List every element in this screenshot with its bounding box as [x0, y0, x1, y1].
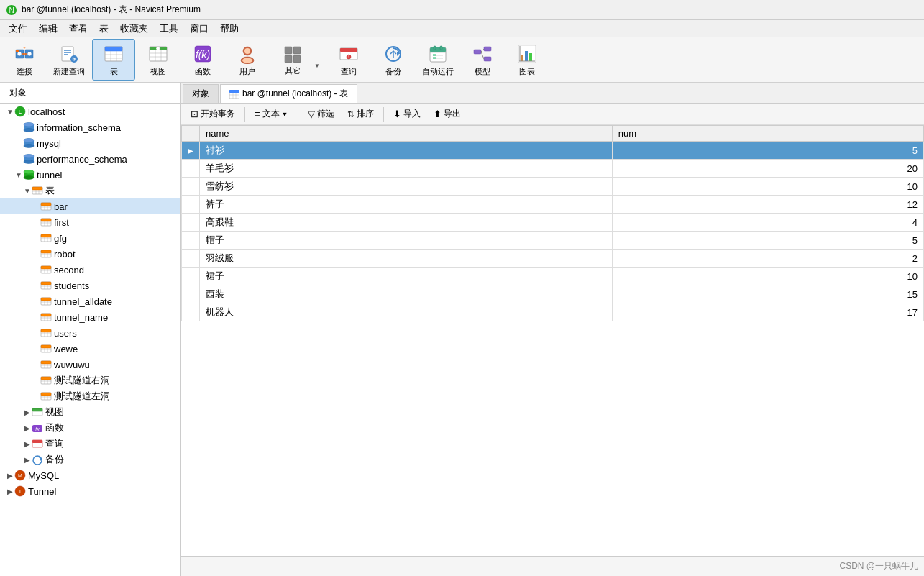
- toolbar-model[interactable]: 模型: [461, 39, 504, 81]
- sidebar-item-wewe[interactable]: ▶ wewe: [0, 341, 180, 357]
- menu-edit[interactable]: 编辑: [33, 21, 63, 37]
- sidebar-item-label: 测试隧道左洞: [54, 390, 110, 403]
- sidebar-item-second[interactable]: ▶ second: [0, 262, 180, 278]
- info-arrow: ▶: [14, 124, 23, 132]
- cell-name[interactable]: 雪纺衫: [200, 178, 613, 196]
- sidebar-item-tunnel-root[interactable]: ▶ T Tunnel: [0, 483, 180, 499]
- menu-help[interactable]: 帮助: [214, 21, 244, 37]
- svg-rect-17: [105, 47, 122, 51]
- sidebar-item-bar[interactable]: ▶ bar: [0, 198, 180, 214]
- sidebar-item-backup-group[interactable]: ▶ 备份: [0, 452, 180, 467]
- col-name[interactable]: name: [200, 126, 613, 142]
- export-icon: ⬆: [434, 109, 442, 119]
- sidebar-item-test-left[interactable]: ▶ 测试隧道左洞: [0, 388, 180, 404]
- toolbar-query[interactable]: ! 查询: [327, 39, 370, 81]
- sidebar-item-information_schema[interactable]: ▶ information_schema: [0, 119, 180, 135]
- tab-main[interactable]: bar @tunnel (localhost) - 表: [220, 84, 357, 103]
- toolbar-other[interactable]: 其它 ▼: [270, 39, 321, 81]
- sidebar-item-students[interactable]: ▶ students: [0, 278, 180, 293]
- table-row[interactable]: 羽绒服2: [182, 250, 924, 268]
- sidebar-item-tunnel_alldate[interactable]: ▶ tunnel_alldate: [0, 293, 180, 309]
- sidebar-item-tunnel[interactable]: ▼ tunnel: [0, 167, 180, 183]
- sidebar-item-tables-group[interactable]: ▼ 表: [0, 183, 180, 198]
- text-label: 文本: [262, 108, 280, 120]
- sidebar-item-gfg[interactable]: ▶ gfg: [0, 230, 180, 246]
- toolbar-newquery[interactable]: f fx 新建查询: [47, 39, 91, 81]
- sidebar-item-first[interactable]: ▶ first: [0, 214, 180, 230]
- table-row[interactable]: 西装15: [182, 285, 924, 303]
- filter-icon: ▽: [308, 109, 315, 119]
- table-icon-students: [40, 280, 52, 291]
- menu-tools[interactable]: 工具: [154, 21, 184, 37]
- sidebar-item-label: mysql: [37, 138, 61, 149]
- table-row[interactable]: 帽子5: [182, 232, 924, 250]
- cell-name[interactable]: 衬衫: [200, 142, 613, 160]
- menu-view[interactable]: 查看: [63, 21, 93, 37]
- sidebar-item-mysql-root[interactable]: ▶ M MySQL: [0, 467, 180, 483]
- begin-transaction-button[interactable]: ⊡ 开始事务: [186, 106, 240, 122]
- import-icon: ⬇: [393, 109, 401, 119]
- table-row[interactable]: 雪纺衫10: [182, 178, 924, 196]
- sidebar-item-query-group[interactable]: ▶ 查询: [0, 436, 180, 452]
- cell-name[interactable]: 羽绒服: [200, 250, 613, 268]
- sidebar-item-wuwuwu[interactable]: ▶ wuwuwu: [0, 357, 180, 372]
- sidebar-item-performance_schema[interactable]: ▶ performance_schema: [0, 151, 180, 167]
- toolbar-chart[interactable]: 图表: [506, 39, 549, 81]
- query-label: 查询: [341, 66, 357, 77]
- cell-num: 2: [612, 250, 923, 268]
- export-button[interactable]: ⬆ 导出: [429, 106, 466, 122]
- toolbar-connect[interactable]: + 连接: [3, 39, 46, 81]
- cell-name[interactable]: 裤子: [200, 196, 613, 214]
- row-indicator: ▶: [182, 142, 200, 160]
- sidebar-tab-objects[interactable]: 对象: [0, 83, 36, 103]
- toolbar-view[interactable]: 视图: [137, 39, 180, 81]
- sidebar-item-funcs-group[interactable]: ▶ fx 函数: [0, 420, 180, 436]
- sidebar-item-label: MySQL: [28, 470, 59, 481]
- cell-name[interactable]: 帽子: [200, 232, 613, 250]
- import-button[interactable]: ⬇ 导入: [388, 106, 426, 122]
- mysql-arrow: ▶: [14, 140, 23, 147]
- cell-name[interactable]: 机器人: [200, 303, 613, 321]
- sidebar-item-views-group[interactable]: ▶ 视图: [0, 404, 180, 420]
- svg-point-83: [24, 170, 34, 174]
- cell-name[interactable]: 裙子: [200, 268, 613, 285]
- toolbar-user[interactable]: 用户: [226, 39, 269, 81]
- menu-file[interactable]: 文件: [3, 21, 33, 37]
- sidebar-item-label: Tunnel: [28, 486, 56, 497]
- tunnel-root-arrow: ▶: [6, 488, 14, 495]
- data-table[interactable]: name num ▶衬衫5羊毛衫20雪纺衫10裤子12高跟鞋4帽子5羽绒服2裙子…: [181, 125, 924, 556]
- menu-table[interactable]: 表: [93, 21, 114, 37]
- sidebar-item-tunnel_name[interactable]: ▶ tunnel_name: [0, 309, 180, 325]
- sidebar-item-localhost[interactable]: ▼ L localhost: [0, 104, 180, 119]
- cell-name[interactable]: 西装: [200, 285, 613, 303]
- cell-name[interactable]: 高跟鞋: [200, 214, 613, 232]
- table-row[interactable]: 高跟鞋4: [182, 214, 924, 232]
- toolbar-table[interactable]: 表: [92, 39, 135, 81]
- col-num[interactable]: num: [612, 126, 923, 142]
- sidebar-item-users[interactable]: ▶ users: [0, 325, 180, 341]
- tab-objects[interactable]: 对象: [183, 84, 219, 103]
- sidebar-item-test-right[interactable]: ▶ 测试隧道右洞: [0, 372, 180, 388]
- table-row[interactable]: 羊毛衫20: [182, 160, 924, 178]
- table-row[interactable]: 机器人17: [182, 303, 924, 321]
- other-dropdown-arrow[interactable]: ▼: [314, 63, 320, 69]
- sort-label: 排序: [357, 108, 374, 120]
- sidebar-item-mysql[interactable]: ▶ mysql: [0, 135, 180, 151]
- svg-rect-120: [41, 298, 51, 301]
- menu-window[interactable]: 窗口: [184, 21, 214, 37]
- sidebar-item-robot[interactable]: ▶ robot: [0, 246, 180, 262]
- sidebar-item-label: 测试隧道右洞: [54, 374, 110, 387]
- toolbar-function[interactable]: f f(x) 函数: [181, 39, 224, 81]
- table-row[interactable]: 裙子10: [182, 268, 924, 285]
- filter-button[interactable]: ▽ 筛选: [303, 106, 339, 122]
- toolbar-schedule[interactable]: 自动运行: [416, 39, 459, 81]
- menu-favorites[interactable]: 收藏夹: [114, 21, 154, 37]
- table-label: 表: [110, 66, 118, 77]
- text-button[interactable]: ≡ 文本 ▼: [250, 106, 293, 122]
- svg-text:N: N: [9, 6, 14, 14]
- cell-name[interactable]: 羊毛衫: [200, 160, 613, 178]
- sort-button[interactable]: ⇅ 排序: [342, 106, 379, 122]
- toolbar-backup[interactable]: 备份: [372, 39, 415, 81]
- table-row[interactable]: 裤子12: [182, 196, 924, 214]
- table-row[interactable]: ▶衬衫5: [182, 142, 924, 160]
